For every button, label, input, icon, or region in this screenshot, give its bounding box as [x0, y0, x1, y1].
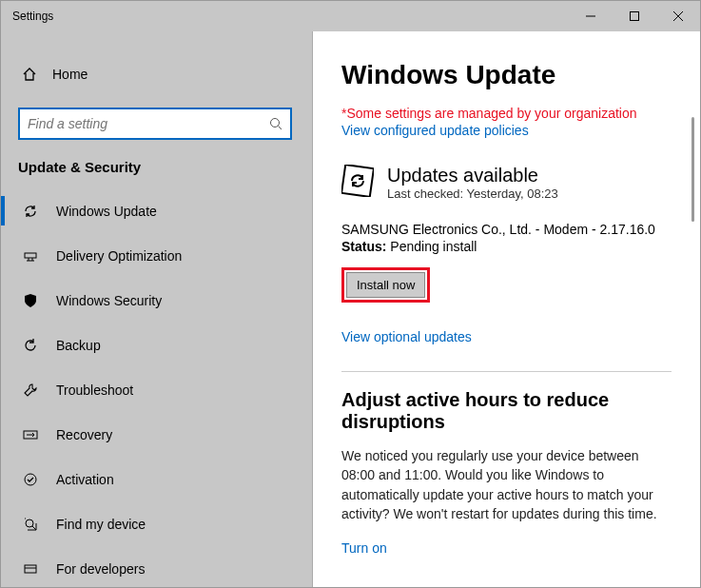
turn-on-link[interactable]: Turn on: [341, 540, 672, 556]
status-value: Pending install: [386, 239, 477, 254]
nav-label: Windows Update: [56, 204, 157, 219]
driver-name: SAMSUNG Electronics Co., Ltd. - Modem - …: [341, 222, 672, 237]
install-highlight: Install now: [341, 267, 430, 303]
sidebar-item-for-developers[interactable]: For developers: [1, 546, 312, 587]
find-icon: [22, 517, 39, 532]
policy-warning: *Some settings are managed by your organ…: [341, 106, 672, 121]
window-controls: [569, 1, 700, 31]
svg-line-14: [32, 526, 36, 530]
nav-label: Recovery: [56, 427, 112, 442]
titlebar: Settings: [1, 1, 700, 31]
svg-point-4: [271, 119, 280, 127]
install-now-button[interactable]: Install now: [346, 272, 425, 298]
search-icon: [269, 117, 282, 130]
svg-point-13: [26, 519, 33, 527]
category-label: Update & Security: [1, 159, 312, 188]
view-optional-updates-link[interactable]: View optional updates: [341, 329, 672, 344]
svg-line-5: [279, 127, 282, 130]
nav-label: Delivery Optimization: [56, 248, 182, 264]
nav-list: Windows Update Delivery Optimization Win…: [1, 188, 312, 587]
content-area: Windows Update *Some settings are manage…: [313, 31, 700, 587]
minimize-button[interactable]: [569, 1, 613, 31]
sidebar-item-find-my-device[interactable]: Find my device: [1, 501, 312, 546]
update-status-block: Updates available Last checked: Yesterda…: [341, 165, 672, 201]
close-button[interactable]: [656, 1, 700, 31]
svg-rect-1: [631, 12, 639, 21]
search-field[interactable]: [28, 116, 269, 131]
sidebar-item-windows-security[interactable]: Windows Security: [1, 278, 312, 323]
sidebar-home[interactable]: Home: [1, 54, 312, 94]
backup-icon: [22, 338, 39, 353]
svg-rect-18: [341, 165, 374, 197]
update-status-icon: [341, 165, 374, 197]
home-label: Home: [52, 67, 88, 82]
page-title: Windows Update: [341, 60, 672, 90]
wrench-icon: [22, 382, 39, 398]
nav-label: For developers: [56, 561, 145, 577]
sidebar-item-delivery-optimization[interactable]: Delivery Optimization: [1, 233, 312, 278]
status-label: Status:: [341, 239, 386, 254]
shield-icon: [22, 293, 39, 308]
sidebar-item-backup[interactable]: Backup: [1, 323, 312, 367]
recovery-icon: [22, 427, 39, 442]
sidebar-item-recovery[interactable]: Recovery: [1, 412, 312, 457]
active-hours-body: We noticed you regularly use your device…: [341, 446, 672, 523]
nav-label: Windows Security: [56, 293, 162, 308]
last-checked: Last checked: Yesterday, 08:23: [387, 186, 558, 201]
nav-label: Backup: [56, 338, 101, 353]
nav-label: Find my device: [56, 517, 146, 532]
dev-icon: [22, 561, 39, 577]
svg-point-12: [25, 474, 36, 485]
nav-label: Troubleshoot: [56, 382, 133, 398]
nav-label: Activation: [56, 472, 114, 487]
sidebar-item-windows-update[interactable]: Windows Update: [1, 188, 312, 233]
sidebar-item-troubleshoot[interactable]: Troubleshoot: [1, 367, 312, 412]
active-hours-heading: Adjust active hours to reduce disruption…: [341, 389, 672, 433]
update-status: Status: Pending install: [341, 239, 672, 254]
search-input[interactable]: [18, 108, 292, 140]
delivery-icon: [22, 248, 39, 264]
section-divider: [341, 371, 672, 372]
activation-icon: [22, 472, 39, 487]
sidebar: Home Update & Security Windows Update De…: [1, 31, 313, 587]
window-title: Settings: [12, 10, 53, 23]
svg-rect-16: [25, 565, 36, 573]
sidebar-item-activation[interactable]: Activation: [1, 457, 312, 501]
refresh-icon: [22, 204, 39, 219]
svg-rect-6: [25, 253, 36, 258]
scrollbar[interactable]: [691, 117, 694, 222]
policy-link[interactable]: View configured update policies: [341, 123, 672, 138]
updates-available-title: Updates available: [387, 165, 558, 186]
maximize-button[interactable]: [613, 1, 656, 31]
home-icon: [22, 67, 37, 82]
